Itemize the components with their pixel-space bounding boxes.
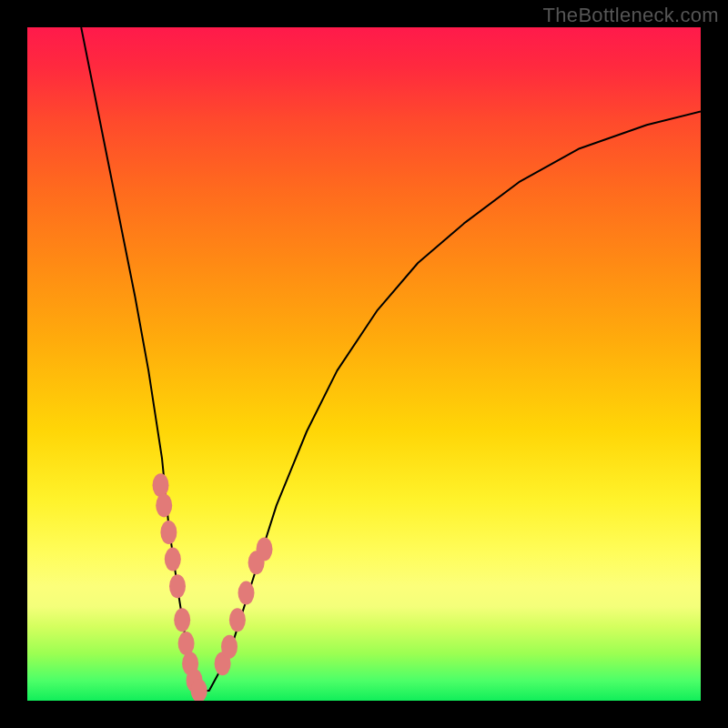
- plot-area: [27, 27, 701, 701]
- svg-point-0: [153, 473, 169, 497]
- svg-point-3: [165, 548, 181, 571]
- watermark-text: TheBottleneck.com: [543, 4, 719, 27]
- svg-point-4: [169, 574, 186, 598]
- svg-point-15: [257, 538, 273, 561]
- svg-point-6: [178, 632, 195, 655]
- chart-frame: TheBottleneck.com: [0, 0, 728, 728]
- svg-point-1: [156, 493, 172, 517]
- svg-point-5: [174, 608, 190, 632]
- svg-point-2: [160, 521, 177, 544]
- svg-point-12: [229, 608, 246, 632]
- svg-point-11: [221, 635, 238, 659]
- svg-point-13: [238, 581, 255, 605]
- scatter-dots: [153, 473, 273, 701]
- chart-svg: [27, 27, 701, 701]
